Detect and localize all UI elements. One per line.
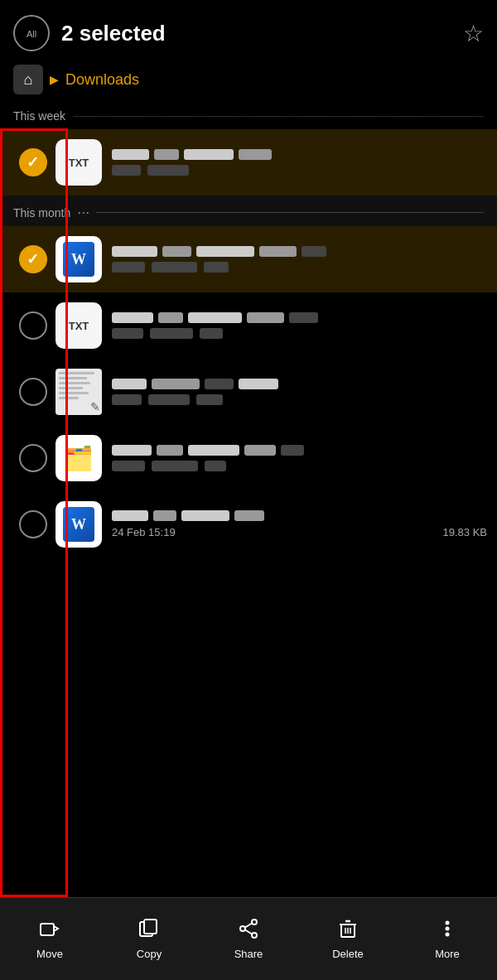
selection-checkbox[interactable] — [10, 378, 55, 406]
blurred-text — [148, 394, 190, 405]
check-circle-empty[interactable] — [19, 378, 47, 406]
toolbar-delete[interactable]: Delete — [298, 918, 398, 960]
check-circle-checked[interactable] — [19, 148, 47, 176]
preview-lines — [59, 372, 99, 399]
blurred-text — [205, 461, 226, 471]
file-name-row — [112, 445, 487, 456]
move-label: Move — [36, 948, 63, 960]
docx-file-icon: W — [55, 501, 102, 548]
delete-label: Delete — [332, 948, 364, 960]
blurred-text — [152, 262, 197, 273]
blurred-text — [147, 165, 189, 176]
blurred-text — [112, 246, 157, 257]
more-icon — [437, 918, 458, 944]
svg-point-16 — [446, 933, 450, 937]
file-item[interactable]: ✎ — [0, 359, 497, 425]
preview-line — [59, 372, 94, 374]
file-item[interactable]: TXT — [0, 292, 497, 359]
blurred-text — [239, 379, 278, 389]
selection-checkbox[interactable] — [10, 148, 55, 176]
blurred-text — [200, 328, 223, 339]
svg-point-15 — [446, 927, 450, 931]
blurred-text — [204, 262, 229, 273]
check-circle-empty[interactable] — [19, 444, 47, 472]
file-info — [112, 246, 487, 273]
preview-file-icon: ✎ — [55, 369, 102, 415]
toolbar-copy[interactable]: Copy — [99, 918, 199, 960]
file-name-row — [112, 246, 487, 257]
blurred-text — [188, 312, 242, 323]
toolbar-move[interactable]: Move — [0, 918, 99, 960]
toolbar-share[interactable]: Share — [199, 918, 298, 960]
breadcrumb-arrow: ▶ — [50, 73, 59, 86]
file-item[interactable]: TXT — [0, 129, 497, 196]
file-date: 24 Feb 15:19 — [112, 526, 176, 538]
blurred-text — [188, 445, 239, 456]
txt-label: TXT — [69, 157, 89, 169]
this-week-label: This week — [13, 109, 65, 123]
blurred-text — [112, 445, 152, 456]
txt-label: TXT — [69, 320, 89, 332]
blurred-text — [112, 312, 153, 323]
blurred-text — [205, 379, 234, 389]
all-label: All — [27, 29, 36, 39]
selection-checkbox[interactable] — [10, 444, 55, 472]
blurred-text — [157, 445, 183, 456]
file-meta-row — [112, 328, 487, 339]
this-week-header: This week — [0, 103, 497, 129]
blurred-text — [150, 328, 193, 339]
blurred-text — [152, 379, 200, 389]
file-item[interactable]: W 24 Feb 15:19 19.83 KB — [0, 491, 497, 558]
zip-icon-glyph: 🗂️ — [65, 445, 94, 472]
svg-point-4 — [252, 933, 257, 938]
blurred-text — [162, 246, 191, 257]
bottom-toolbar: Move Copy Share — [0, 897, 497, 980]
file-name-row — [112, 312, 487, 323]
docx-file-icon: W — [55, 236, 102, 282]
favorite-icon[interactable]: ☆ — [463, 20, 484, 47]
selection-count: 2 selected — [61, 21, 166, 46]
share-label: Share — [234, 948, 263, 960]
file-meta-row — [112, 461, 487, 471]
file-item[interactable]: 🗂️ — [0, 425, 497, 491]
main-content: All 2 selected ☆ ⌂ ▶ Downloads This week… — [0, 0, 497, 897]
copy-icon — [138, 918, 160, 944]
preview-line — [59, 387, 83, 389]
file-item[interactable]: W — [0, 226, 497, 292]
blurred-text — [239, 149, 272, 160]
file-info: 24 Feb 15:19 19.83 KB — [112, 510, 487, 538]
this-month-header: This month ··· — [0, 196, 497, 226]
toolbar-more[interactable]: More — [398, 918, 497, 960]
preview-line — [59, 392, 89, 394]
move-icon — [39, 918, 60, 944]
check-circle-checked[interactable] — [19, 245, 47, 273]
word-badge: W — [63, 242, 94, 277]
blurred-text — [112, 149, 149, 160]
file-name-row — [112, 510, 487, 521]
file-size: 19.83 KB — [443, 526, 488, 538]
copy-label: Copy — [137, 948, 162, 960]
home-button[interactable]: ⌂ — [13, 65, 43, 94]
svg-rect-2 — [144, 920, 157, 934]
blurred-text — [112, 379, 147, 389]
check-circle-empty[interactable] — [19, 311, 47, 340]
selection-checkbox[interactable] — [10, 311, 55, 340]
month-more-dots: ··· — [77, 204, 89, 221]
check-circle-empty[interactable] — [19, 510, 47, 538]
header: All 2 selected ☆ — [0, 0, 497, 60]
preview-line — [59, 382, 90, 384]
breadcrumb-folder[interactable]: Downloads — [65, 71, 139, 89]
selection-checkbox[interactable] — [10, 245, 55, 273]
blurred-text — [112, 262, 145, 273]
select-all-button[interactable]: All — [13, 15, 50, 51]
blurred-text — [234, 510, 264, 521]
blurred-text — [184, 149, 234, 160]
blurred-text — [112, 461, 145, 471]
txt-file-icon: TXT — [55, 139, 102, 186]
blurred-text — [259, 246, 297, 257]
share-icon — [238, 918, 259, 944]
svg-line-7 — [245, 930, 252, 934]
blurred-text — [302, 246, 326, 257]
selection-checkbox[interactable] — [10, 510, 55, 538]
file-meta-row — [112, 165, 487, 176]
